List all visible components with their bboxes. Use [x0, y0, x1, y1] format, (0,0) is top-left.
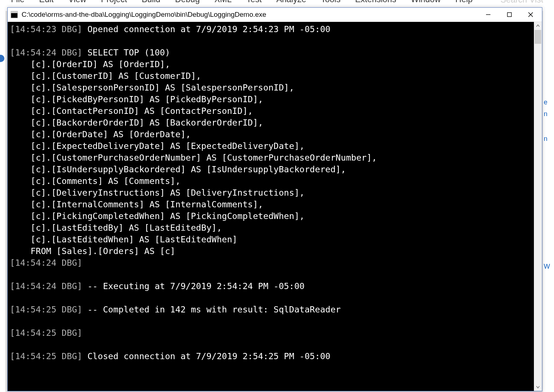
log-message: Closed connection at 7/9/2019 2:54:25 PM… [82, 351, 330, 361]
log-message: [c].[DeliveryInstructions] AS [DeliveryI… [10, 188, 304, 198]
background-ide-menu-item: Test [246, 0, 262, 4]
console-scrollbar[interactable] [534, 22, 542, 391]
background-ide-left-strip [0, 11, 5, 392]
log-timestamp: [14:54:24 DBG] [10, 47, 82, 58]
background-ide-menu-item: Build [142, 0, 160, 4]
console-line: [c].[OrderDate] AS [OrderDate], [10, 128, 532, 140]
console-line: [c].[CustomerPurchaseOrderNumber] AS [Cu… [10, 152, 532, 164]
window-title: C:\code\orms-and-the-dba\Logging\Logging… [22, 11, 478, 19]
console-line [10, 35, 532, 47]
background-ide-menu-item: Help [455, 0, 473, 4]
background-ide-menu-item: Tools [321, 0, 341, 4]
console-line: [14:54:23 DBG] Opened connection at 7/9/… [10, 23, 532, 35]
log-timestamp: [14:54:25 DBG] [10, 304, 82, 315]
log-message: [c].[OrderID] AS [OrderID], [10, 59, 170, 69]
console-line: [c].[LastEditedWhen] AS [LastEditedWhen] [10, 234, 532, 245]
log-message: [c].[ContactPersonID] AS [ContactPersonI… [10, 106, 253, 116]
console-line: FROM [Sales].[Orders] AS [c] [10, 245, 532, 257]
console-line: [c].[ExpectedDeliveryDate] AS [ExpectedD… [10, 140, 532, 152]
background-ide-menu-item: Project [101, 0, 127, 4]
log-message: [c].[SalespersonPersonID] AS [Salesperso… [10, 82, 294, 93]
background-ide-menu-item: XML [215, 0, 232, 4]
log-message: -- Completed in 142 ms with result: SqlD… [82, 304, 341, 315]
console-line: [c].[PickingCompletedWhen] AS [PickingCo… [10, 210, 532, 222]
console-line: [14:54:24 DBG] [10, 257, 532, 269]
console-line: [c].[PickedByPersonID] AS [PickedByPerso… [10, 93, 532, 105]
console-line: [14:54:25 DBG] [10, 327, 532, 339]
console-line: [c].[InternalComments] AS [InternalComme… [10, 199, 532, 210]
log-message: [c].[Comments] AS [Comments], [10, 176, 181, 186]
log-message: [c].[ExpectedDeliveryDate] AS [ExpectedD… [10, 141, 304, 151]
background-ide-blue-badge [0, 55, 4, 62]
minimize-button[interactable] [478, 8, 499, 22]
bg-stub: e [544, 99, 547, 106]
console-window: C:\code\orms-and-the-dba\Logging\Logging… [7, 7, 542, 391]
svg-rect-3 [508, 13, 512, 17]
log-message: [c].[LastEditedBy] AS [LastEditedBy], [10, 223, 222, 233]
console-line: [c].[DeliveryInstructions] AS [DeliveryI… [10, 187, 532, 199]
console-line [10, 292, 532, 304]
log-timestamp: [14:54:25 DBG] [10, 328, 82, 338]
log-message: FROM [Sales].[Orders] AS [c] [10, 246, 175, 256]
log-message: Opened connection at 7/9/2019 2:54:23 PM… [82, 24, 330, 34]
log-message: [c].[CustomerPurchaseOrderNumber] AS [Cu… [10, 153, 377, 163]
background-ide-menu-item: Window [411, 0, 441, 4]
console-line: [c].[LastEditedBy] AS [LastEditedBy], [10, 222, 532, 234]
console-line: [c].[CustomerID] AS [CustomerID], [10, 70, 532, 82]
window-controls [478, 8, 541, 22]
scroll-down-arrow-icon[interactable] [534, 383, 542, 391]
background-ide-menu-item: View [68, 0, 86, 4]
scroll-up-arrow-icon[interactable] [534, 22, 542, 30]
log-message: SELECT TOP (100) [82, 47, 170, 58]
console-line: [c].[IsUndersupplyBackordered] AS [IsUnd… [10, 164, 532, 175]
log-message: [c].[PickingCompletedWhen] AS [PickingCo… [10, 211, 304, 221]
titlebar[interactable]: C:\code\orms-and-the-dba\Logging\Logging… [8, 8, 542, 22]
background-ide-menu-item: File [11, 0, 24, 4]
log-timestamp: [14:54:24 DBG] [10, 281, 82, 291]
console-line [10, 339, 532, 350]
bg-stub: W [544, 263, 550, 270]
background-ide-menu-item: Debug [175, 0, 200, 4]
bg-stub: n [544, 135, 547, 143]
log-timestamp: [14:54:23 DBG] [10, 24, 82, 34]
console-line: [14:54:24 DBG] SELECT TOP (100) [10, 47, 532, 58]
console-line: [14:54:25 DBG] Closed connection at 7/9/… [10, 350, 532, 362]
console-line: [c].[BackorderOrderID] AS [BackorderOrde… [10, 117, 532, 128]
console-app-icon [11, 11, 18, 18]
maximize-button[interactable] [499, 8, 520, 22]
background-ide-menu-item: Edit [39, 0, 54, 4]
background-ide-menu-item: Extensions [355, 0, 396, 4]
console-line: [c].[SalespersonPersonID] AS [Salesperso… [10, 82, 532, 93]
console-line: [c].[OrderID] AS [OrderID], [10, 58, 532, 70]
console-line: [14:54:25 DBG] -- Completed in 142 ms wi… [10, 304, 532, 315]
background-ide-right-strip: e n n W [543, 0, 554, 392]
console-line: [14:54:24 DBG] -- Executing at 7/9/2019 … [10, 280, 532, 292]
log-message: [c].[InternalComments] AS [InternalComme… [10, 199, 263, 210]
log-message: [c].[LastEditedWhen] AS [LastEditedWhen] [10, 234, 238, 245]
background-ide-menu-item: Analyze [276, 0, 306, 4]
svg-rect-1 [11, 11, 18, 13]
log-message: [c].[BackorderOrderID] AS [BackorderOrde… [10, 118, 263, 128]
log-message: [c].[IsUndersupplyBackordered] AS [IsUnd… [10, 164, 346, 174]
bg-stub: n [544, 110, 547, 118]
log-message: [c].[PickedByPersonID] AS [PickedByPerso… [10, 94, 263, 104]
console-line: [c].[ContactPersonID] AS [ContactPersonI… [10, 105, 532, 117]
console-line [10, 315, 532, 327]
log-timestamp: [14:54:25 DBG] [10, 351, 82, 361]
log-message: [c].[OrderDate] AS [OrderDate], [10, 129, 191, 139]
close-button[interactable] [520, 8, 541, 22]
log-message: -- Executing at 7/9/2019 2:54:24 PM -05:… [82, 281, 304, 291]
console-line: [c].[Comments] AS [Comments], [10, 175, 532, 187]
console-body: [14:54:23 DBG] Opened connection at 7/9/… [8, 22, 542, 391]
scroll-thumb[interactable] [535, 30, 541, 44]
console-line [10, 269, 532, 280]
log-timestamp: [14:54:24 DBG] [10, 258, 82, 268]
log-message: [c].[CustomerID] AS [CustomerID], [10, 71, 201, 81]
console-output[interactable]: [14:54:23 DBG] Opened connection at 7/9/… [8, 22, 534, 391]
